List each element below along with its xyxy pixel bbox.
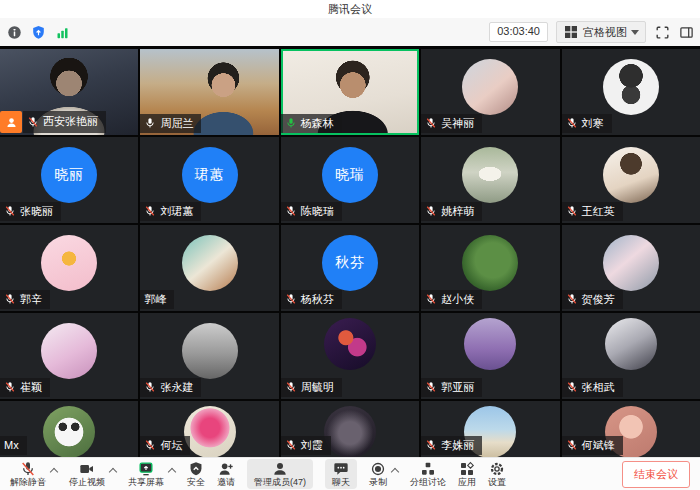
fullscreen-icon[interactable] [654,24,670,40]
participant-tile[interactable]: 郭辛 [0,225,138,311]
participant-tile[interactable]: 何斌锋 [562,401,700,457]
mic-status-icon [285,117,297,129]
participant-tile[interactable]: 何坛 [140,401,278,457]
participant-tile[interactable]: 赵小侠 [421,225,559,311]
participant-name-label: 崔颖 [0,378,50,397]
security-shield-icon[interactable] [30,24,46,40]
record-button[interactable]: 录制 [369,461,398,488]
avatar [605,318,657,370]
avatar [464,318,516,370]
avatar [462,147,518,203]
participant-name-label: 陈晓瑞 [281,202,342,221]
chevron-up-icon[interactable] [50,468,58,476]
breakout-rooms-button[interactable]: 分组讨论 [410,461,446,488]
mic-status-icon [566,293,578,305]
stop-video-button[interactable]: 停止视频 [69,461,116,488]
mic-status-icon [285,293,297,305]
chevron-up-icon[interactable] [168,468,176,476]
participant-tile[interactable]: 晓瑞 陈晓瑞 [281,137,419,223]
participant-label-row: 张永建 [140,378,201,397]
participant-name: 西安张艳丽 [43,115,98,128]
participant-name-label: 郭亚丽 [421,378,482,397]
mic-status-icon [425,117,437,129]
manage-members-button[interactable]: 管理成员(47) [247,459,313,490]
bottom-toolbar: 解除静音 停止视频 共享屏幕 安全 邀请 管理成员(47) [0,457,700,490]
unmute-button[interactable]: 解除静音 [10,461,57,488]
participant-label-row: 何斌锋 [562,436,623,455]
info-icon[interactable] [6,24,22,40]
settings-button[interactable]: 设置 [488,461,506,488]
security-shield-icon [188,461,204,477]
participant-label-row: 刘寒 [562,114,612,133]
mic-status-icon [285,205,297,217]
participant-name-label: 张晓丽 [0,202,61,221]
avatar: 珺蕙 [182,147,238,203]
participant-name: 郭峰 [144,293,166,306]
participant-name-label: 何坛 [140,436,190,455]
participant-label-row: Mx [0,436,27,455]
participant-tile[interactable]: 吴神丽 [421,49,559,135]
participant-tile[interactable]: 李姝丽 [421,401,559,457]
participant-tile[interactable]: Mx [0,401,138,457]
share-screen-button[interactable]: 共享屏幕 [128,461,175,488]
chevron-up-icon[interactable] [109,468,117,476]
participant-label-row: 周屈兰 [140,114,201,133]
participant-tile[interactable]: 张永建 [140,313,278,399]
network-signal-icon[interactable] [54,24,70,40]
chevron-down-icon [631,30,639,35]
end-meeting-button[interactable]: 结束会议 [622,461,690,488]
participant-tile[interactable]: 周毓明 [281,313,419,399]
participant-name: Mx [4,439,19,452]
participant-tile[interactable]: 崔颖 [0,313,138,399]
participant-name: 张永建 [160,381,193,394]
participant-tile[interactable]: 郭峰 [140,225,278,311]
view-mode-button[interactable]: 宫格视图 [556,21,646,43]
participant-label-row: 杨秋芬 [281,290,342,309]
participant-name-label: 周毓明 [281,378,342,397]
invite-button[interactable]: 邀请 [217,461,235,488]
participant-name: 周屈兰 [160,117,193,130]
participant-tile[interactable]: 秋芬 杨秋芬 [281,225,419,311]
participant-tile[interactable]: 姚梓萌 [421,137,559,223]
participant-tile[interactable]: 贺俊芳 [562,225,700,311]
avatar [324,318,376,370]
meeting-timer: 03:03:40 [489,22,548,41]
participant-tile[interactable]: 张相武 [562,313,700,399]
participant-tile[interactable]: 王红英 [562,137,700,223]
participant-name: 何坛 [160,439,182,452]
chevron-up-icon[interactable] [391,468,399,476]
window-title: 腾讯会议 [328,2,372,17]
participant-name-label: Mx [0,436,27,455]
participant-tile[interactable]: 周屈兰 [140,49,278,135]
mic-status-icon [285,439,297,451]
chat-button[interactable]: 聊天 [325,459,357,490]
participant-label-row: 刘珺蕙 [140,202,201,221]
participant-name-label: 姚梓萌 [421,202,482,221]
mic-status-icon [566,205,578,217]
participant-tile[interactable]: 刘霞 [281,401,419,457]
participant-name: 王红英 [582,205,615,218]
apps-icon [459,461,475,477]
participant-name: 贺俊芳 [582,293,615,306]
side-panel-icon[interactable] [678,24,694,40]
participant-label-row: 杨森林 [281,114,342,133]
participant-name: 周毓明 [301,381,334,394]
security-button[interactable]: 安全 [187,461,205,488]
participant-tile[interactable]: 晓丽 张晓丽 [0,137,138,223]
participant-tile[interactable]: 杨森林 [281,49,419,135]
participant-label-row: 李姝丽 [421,436,482,455]
participant-tile[interactable]: 西安张艳丽 [0,49,138,135]
avatar [41,235,97,291]
apps-button[interactable]: 应用 [458,461,476,488]
window-titlebar: 腾讯会议 [0,0,700,18]
mic-status-icon [285,381,297,393]
participant-name-label: 刘寒 [562,114,612,133]
participant-tile[interactable]: 刘寒 [562,49,700,135]
participant-name-label: 西安张艳丽 [23,111,106,133]
grid-view-icon [563,24,579,40]
participant-tile[interactable]: 郭亚丽 [421,313,559,399]
participant-label-row: 姚梓萌 [421,202,482,221]
participant-name: 崔颖 [20,381,42,394]
participant-name-label: 张永建 [140,378,201,397]
participant-tile[interactable]: 珺蕙 刘珺蕙 [140,137,278,223]
